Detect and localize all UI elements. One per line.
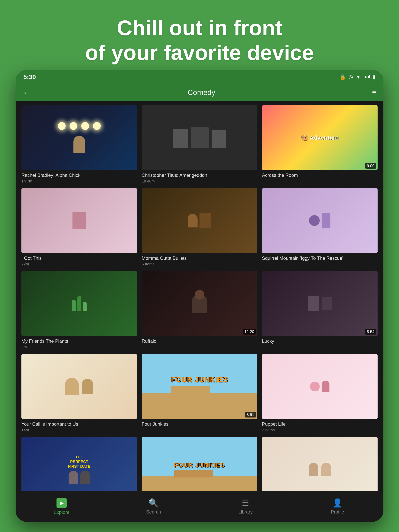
nav-item-profile[interactable]: 👤 Profile [291, 498, 383, 515]
list-item[interactable]: FOUR JUNKIES Aubergine [142, 437, 257, 491]
card-meta: 22m [21, 262, 137, 266]
list-item[interactable]: Squirrel Mountain 'Iggy To The Rescue' [262, 188, 378, 266]
card-title: I Got This [21, 255, 137, 261]
back-button[interactable]: ← [23, 88, 31, 97]
thumbnail: FOUR JUNKIES [142, 437, 257, 491]
list-item[interactable]: 🎨 Adventure 9:09 Across the Room [262, 105, 378, 184]
status-icons: 🔒 ◎ ▼ ▲4 ▮ [340, 74, 376, 80]
lock-icon: 🔒 [340, 74, 346, 80]
card-title: Puppet Life [262, 421, 378, 427]
library-icon: ☰ [242, 498, 249, 508]
header-title: Comedy [188, 89, 215, 97]
wifi-icon: ▼ [356, 74, 361, 80]
list-item[interactable]: Momma Outta Bullets 6 Items [142, 188, 257, 266]
thumbnail [262, 354, 378, 419]
card-title: Four Junkies [142, 421, 257, 427]
nav-item-explore[interactable]: Explore [16, 498, 108, 515]
card-title: Christopher Titus: Amerigeddon [142, 172, 257, 178]
nav-label-search: Search [146, 509, 161, 515]
thumbnail: FOUR JUNKIES 8:51 [142, 354, 257, 419]
card-meta: 14m [21, 428, 137, 432]
thumbnail: THEPERFECTFIRST DATE [21, 437, 137, 491]
duration-badge: 12:20 [243, 329, 256, 335]
thumbnail [21, 354, 137, 419]
profile-icon: 👤 [332, 498, 342, 508]
thumbnail [142, 105, 257, 170]
list-item[interactable]: THEPERFECTFIRST DATE The Perfect First D… [21, 437, 137, 491]
explore-icon [57, 498, 67, 508]
card-title: Momma Outta Bullets [142, 255, 257, 261]
battery-icon: ▮ [373, 74, 376, 80]
thumbnail: 8:54 [262, 271, 378, 336]
thumbnail: 12:20 [142, 271, 257, 336]
nav-item-search[interactable]: 🔍 Search [108, 498, 200, 515]
list-item[interactable]: Christopher Titus: Amerigeddon 1h 40m [142, 105, 257, 184]
nav-label-library: Library [238, 509, 252, 515]
card-meta: 1h 40m [142, 179, 257, 184]
list-item[interactable]: 12:20 Ruffalo [142, 271, 257, 349]
card-meta: 1h 7m [21, 179, 137, 184]
list-item[interactable]: Your Call is Important to Us 14m [21, 354, 137, 432]
card-title: Ruffalo [142, 338, 257, 344]
duration-badge: 9:09 [365, 163, 376, 169]
nav-label-explore: Explore [54, 510, 69, 515]
list-item[interactable]: Rachel Bradley: Alpha Chick 1h 7m [21, 105, 137, 184]
content-area[interactable]: Rachel Bradley: Alpha Chick 1h 7m [16, 101, 383, 491]
card-title: Squirrel Mountain 'Iggy To The Rescue' [262, 255, 378, 261]
card-title: Your Call is Important to Us [21, 421, 137, 427]
card-meta: 6 Items [142, 262, 257, 266]
app-header: ← Comedy ≡ [16, 84, 383, 101]
card-title: Lucky [262, 338, 378, 344]
duration-badge: 8:51 [245, 412, 256, 418]
thumbnail [21, 105, 137, 170]
tablet-frame: 5:30 🔒 ◎ ▼ ▲4 ▮ ← Comedy ≡ [16, 70, 383, 522]
card-title: My Friends The Plants [21, 338, 137, 344]
list-item[interactable]: My Friends The Plants 9m [21, 271, 137, 349]
nav-label-profile: Profile [331, 509, 344, 515]
thumbnail [142, 188, 257, 253]
tablet-container: 5:30 🔒 ◎ ▼ ▲4 ▮ ← Comedy ≡ [16, 70, 383, 532]
list-item[interactable]: Puppet Life 2 Items [262, 354, 378, 432]
status-bar: 5:30 🔒 ◎ ▼ ▲4 ▮ [16, 70, 383, 84]
list-item[interactable]: 8:54 Lucky [262, 271, 378, 349]
thumbnail [21, 271, 137, 336]
video-grid: Rachel Bradley: Alpha Chick 1h 7m [21, 105, 378, 491]
thumbnail [21, 188, 137, 253]
duration-badge: 8:54 [365, 329, 376, 335]
list-item[interactable]: 3:47 Honest Roommates [262, 437, 378, 491]
signal-icon: ▲4 [364, 74, 370, 79]
thumbnail: 🎨 Adventure 9:09 [262, 105, 378, 170]
bottom-nav: Explore 🔍 Search ☰ Library 👤 Profile [16, 491, 383, 522]
list-item[interactable]: I Got This 22m [21, 188, 137, 266]
status-time: 5:30 [23, 73, 36, 81]
search-icon: 🔍 [148, 498, 159, 508]
page-header: Chill out in front of your favorite devi… [0, 0, 399, 76]
headline: Chill out in front of your favorite devi… [19, 16, 380, 65]
thumbnail: 3:47 [262, 437, 378, 491]
card-title: Rachel Bradley: Alpha Chick [21, 172, 137, 178]
nav-item-library[interactable]: ☰ Library [200, 498, 291, 515]
thumbnail [262, 188, 378, 253]
sync-icon: ◎ [348, 74, 353, 80]
filter-button[interactable]: ≡ [372, 89, 376, 97]
card-meta: 9m [21, 345, 137, 349]
card-meta: 2 Items [262, 428, 378, 432]
tablet-screen: 5:30 🔒 ◎ ▼ ▲4 ▮ ← Comedy ≡ [16, 70, 383, 522]
list-item[interactable]: FOUR JUNKIES 8:51 Four Junkies [142, 354, 257, 432]
card-title: Across the Room [262, 172, 378, 178]
